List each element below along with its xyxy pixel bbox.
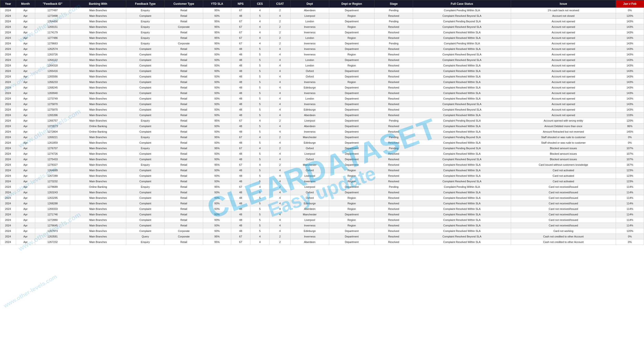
cell-customer_type: Retail [164,151,203,157]
cell-full_case_status: Complaint Resolved Within SLA [413,206,511,212]
cell-month: Apr [16,96,35,101]
cell-stage: Resolved [374,85,413,90]
cell-stage: Resolved [374,68,413,74]
cell-month: Apr [16,146,35,151]
cell-nps: 67 [231,118,250,123]
cell-customer_type: Retail [164,90,203,96]
cell-dept: Oxford [290,168,329,173]
cell-year: 2024 [0,195,16,201]
cell-month: Apr [16,63,35,68]
cell-issue: Cash not credited to other Account [511,234,616,239]
cell-customer_type: Corporate [164,41,203,46]
cell-banking_with: Main Branches [70,206,126,212]
cell-month: Apr [16,74,35,79]
cell-jan_feb: 0% [616,239,644,245]
cell-dept_region: Department [329,57,374,63]
cell-full_case_status: Complaint Resolved Beyond SLA [413,13,511,19]
cell-issue: Blocked amount issues [511,146,616,151]
cell-year: 2024 [0,13,16,19]
cell-csat: 4 [270,201,290,206]
cell-csat: 2 [270,19,290,24]
cell-full_case_status: Complaint Resolved Within SLA [413,228,511,234]
cell-banking_with: Main Branches [70,157,126,162]
cell-csat: 2 [270,41,290,46]
cell-csat: 4 [270,74,290,79]
cell-jan_feb: 167% [616,162,644,168]
cell-dept_region: Region [329,52,374,57]
cell-nps: 67 [231,41,250,46]
cell-dept: Liverpool [290,118,329,123]
cell-customer_type: Retail [164,184,203,190]
cell-dept_region: Department [329,85,374,90]
cell-customer_type: Retail [164,35,203,41]
cell-month: Apr [16,239,35,245]
cell-customer_type: Retail [164,123,203,129]
cell-year: 2024 [0,179,16,184]
cell-year: 2024 [0,168,16,173]
table-row: 2024Apr1272804Online BankingComplaintRet… [0,129,644,134]
cell-ytd_sla: 93% [203,228,231,234]
cell-dept: Liverpool [290,151,329,157]
cell-year: 2024 [0,63,16,68]
cell-ytd_sla: 93% [203,74,231,79]
cell-feedback_id: 1261859 [35,140,70,146]
cell-month: Apr [16,24,35,30]
cell-ytd_sla: 93% [203,157,231,162]
cell-feedback_id: 1266757 [35,118,70,123]
cell-issue: Staff shouted or was rude to customer [511,134,616,140]
cell-issue: Amount Retracted but not reversed [511,129,616,134]
cell-feedback_id: 1276707 [35,146,70,151]
cell-feedback_type: Complaint [126,206,164,212]
cell-year: 2024 [0,52,16,57]
cell-ytd_sla: 93% [203,68,231,74]
cell-month: Apr [16,151,35,157]
cell-banking_with: Main Branches [70,195,126,201]
cell-customer_type: Corporate [164,234,203,239]
cell-banking_with: Main Branches [70,13,126,19]
cell-banking_with: Main Branches [70,57,126,63]
cell-month: Apr [16,217,35,223]
cell-month: Apr [16,140,35,146]
cell-feedback_type: Enquiry [126,146,164,151]
cell-month: Apr [16,101,35,107]
cell-ces: 5 [250,13,270,19]
cell-customer_type: Retail [164,68,203,74]
cell-ces: 4 [250,134,270,140]
cell-jan_feb: 114% [616,201,644,206]
table-row: 2024Apr1272673Online BankingComplaintRet… [0,123,644,129]
table-row: 2024Apr1263243Main BranchesComplaintReta… [0,190,644,195]
cell-customer_type: Retail [164,107,203,112]
cell-feedback_id: 1269333 [35,206,70,212]
cell-issue: Account not opened [511,19,616,24]
cell-dept: Manchester [290,162,329,168]
cell-issue: Account not opened [511,24,616,30]
cell-feedback_id: 1267232 [35,239,70,245]
cell-nps: 48 [231,157,250,162]
cell-issue: Account not opened [511,101,616,107]
cell-stage: Resolved [374,140,413,146]
cell-nps: 48 [231,195,250,201]
table-row: 2024Apr1266757Main BranchesEnquiryRetail… [0,118,644,123]
cell-dept: Manchester [290,212,329,217]
cell-stage: Resolved [374,79,413,85]
cell-feedback_id: 1263581 [35,234,70,239]
cell-ces: 5 [250,101,270,107]
cell-ces: 4 [250,239,270,245]
cell-feedback_id: 1265396 [35,112,70,118]
cell-feedback_id: 1269151 [35,24,70,30]
cell-dept_region: Region [329,206,374,212]
table-row: 2024Apr1267289Main BranchesComplaintReta… [0,173,644,179]
cell-full_case_status: Complaint Resolved Beyond SLA [413,157,511,162]
cell-full_case_status: Complaint Resolved Within SLA [413,96,511,101]
cell-feedback_id: 1278689 [35,184,70,190]
table-row: 2024Apr1277497Main BranchesEnquiryRetail… [0,8,644,13]
cell-nps: 48 [231,96,250,101]
cell-banking_with: Main Branches [70,212,126,217]
cell-nps: 48 [231,129,250,134]
cell-full_case_status: Complaint Resolved Within SLA [413,112,511,118]
cell-banking_with: Main Branches [70,146,126,151]
cell-stage: Resolved [374,74,413,79]
cell-dept_region: Department [329,162,374,168]
cell-dept: Inverness [290,234,329,239]
cell-csat: 2 [270,146,290,151]
